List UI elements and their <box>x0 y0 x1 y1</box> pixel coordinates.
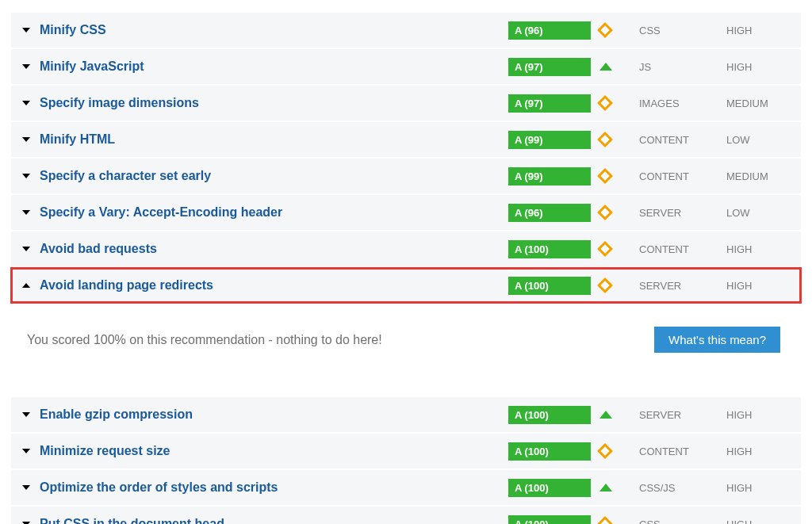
recommendation-row[interactable]: Optimize the order of styles and scripts… <box>11 470 801 505</box>
priority-label: LOW <box>726 134 790 146</box>
grade-badge: A (97) <box>508 58 591 76</box>
type-label: CONTENT <box>639 134 726 146</box>
trend-icon-cell <box>599 170 639 182</box>
grade-cell: A (100) <box>508 277 599 295</box>
trend-icon-cell <box>599 280 639 291</box>
type-label: CONTENT <box>639 243 726 255</box>
grade-cell: A (100) <box>508 515 599 525</box>
trend-icon-cell <box>599 25 639 36</box>
priority-label: MEDIUM <box>726 170 790 182</box>
grade-badge: A (100) <box>508 277 591 295</box>
recommendation-row[interactable]: Minify JavaScriptA (97)JSHIGH <box>11 49 801 84</box>
chevron-down-icon[interactable] <box>22 101 30 105</box>
caret-up-icon <box>599 484 612 491</box>
grade-badge: A (100) <box>508 479 591 497</box>
chevron-down-icon[interactable] <box>22 174 30 178</box>
caret-up-icon <box>599 63 612 71</box>
caret-up-icon <box>599 411 612 419</box>
chevron-down-icon[interactable] <box>22 485 30 490</box>
recommendation-row[interactable]: Minimize request sizeA (100)CONTENTHIGH <box>11 434 801 469</box>
recommendation-row[interactable]: Avoid landing page redirectsA (100)SERVE… <box>11 268 801 303</box>
trend-icon-cell <box>599 243 639 254</box>
recommendation-title[interactable]: Specify image dimensions <box>40 96 508 110</box>
grade-badge: A (100) <box>508 442 591 461</box>
priority-label: MEDIUM <box>726 98 790 109</box>
priority-label: HIGH <box>726 243 790 255</box>
recommendation-row[interactable]: Avoid bad requestsA (100)CONTENTHIGH <box>11 231 801 266</box>
type-label: CSS <box>639 25 726 36</box>
type-label: SERVER <box>639 207 726 219</box>
chevron-down-icon[interactable] <box>22 247 30 251</box>
recommendation-row[interactable]: Specify a Vary: Accept-Encoding headerA … <box>11 195 801 230</box>
chevron-down-icon[interactable] <box>22 137 30 142</box>
type-label: SERVER <box>639 409 726 421</box>
recommendation-title[interactable]: Minify JavaScript <box>40 59 508 74</box>
trend-icon-cell <box>599 484 639 491</box>
whats-this-mean-button[interactable]: What's this mean? <box>654 327 780 353</box>
chevron-down-icon[interactable] <box>22 28 30 33</box>
grade-badge: A (96) <box>508 204 591 222</box>
recommendation-title[interactable]: Minimize request size <box>40 444 508 458</box>
recommendation-row[interactable]: Minify HTMLA (99)CONTENTLOW <box>11 122 801 157</box>
grade-cell: A (100) <box>508 406 599 424</box>
recommendation-title[interactable]: Minify CSS <box>40 23 508 37</box>
type-label: CSS <box>639 518 726 525</box>
type-label: CONTENT <box>639 170 726 182</box>
recommendation-title[interactable]: Minify HTML <box>40 132 508 147</box>
priority-label: HIGH <box>726 61 790 73</box>
recommendation-title[interactable]: Avoid bad requests <box>40 242 508 256</box>
type-label: SERVER <box>639 280 726 292</box>
section-spacer <box>11 378 801 396</box>
grade-cell: A (99) <box>508 131 599 149</box>
grade-cell: A (97) <box>508 58 599 76</box>
priority-label: HIGH <box>726 280 790 292</box>
trend-icon-cell <box>599 63 639 71</box>
grade-badge: A (97) <box>508 94 591 113</box>
priority-label: HIGH <box>726 409 790 421</box>
priority-label: HIGH <box>726 446 790 457</box>
grade-cell: A (96) <box>508 204 599 222</box>
grade-cell: A (100) <box>508 442 599 461</box>
trend-icon-cell <box>599 134 639 145</box>
grade-badge: A (99) <box>508 167 591 186</box>
priority-label: HIGH <box>726 25 790 36</box>
grade-badge: A (99) <box>508 131 591 149</box>
grade-cell: A (97) <box>508 94 599 113</box>
chevron-down-icon[interactable] <box>22 449 30 453</box>
recommendation-row[interactable]: Minify CSSA (96)CSSHIGH <box>11 13 801 48</box>
grade-cell: A (100) <box>508 479 599 497</box>
recommendation-row[interactable]: Specify a character set earlyA (99)CONTE… <box>11 159 801 193</box>
diamond-icon <box>597 95 613 111</box>
trend-icon-cell <box>599 518 639 524</box>
recommendation-title[interactable]: Put CSS in the document head <box>40 517 508 524</box>
priority-label: HIGH <box>726 482 790 494</box>
recommendation-detail-panel: You scored 100% on this recommendation -… <box>11 304 801 377</box>
recommendation-row[interactable]: Put CSS in the document headA (100)CSSHI… <box>11 507 801 524</box>
diamond-icon <box>597 22 613 38</box>
chevron-down-icon[interactable] <box>22 64 30 69</box>
diamond-icon <box>597 205 613 220</box>
chevron-down-icon[interactable] <box>22 412 30 417</box>
recommendations-list: Minify CSSA (96)CSSHIGHMinify JavaScript… <box>11 13 801 524</box>
trend-icon-cell <box>599 207 639 218</box>
diamond-icon <box>597 168 613 184</box>
grade-badge: A (96) <box>508 21 591 40</box>
recommendation-title[interactable]: Specify a Vary: Accept-Encoding header <box>40 205 508 220</box>
diamond-icon <box>597 241 613 257</box>
trend-icon-cell <box>599 446 639 457</box>
recommendation-title[interactable]: Optimize the order of styles and scripts <box>40 480 508 495</box>
diamond-icon <box>597 132 613 147</box>
grade-cell: A (100) <box>508 240 599 258</box>
trend-icon-cell <box>599 98 639 109</box>
chevron-up-icon[interactable] <box>22 283 30 288</box>
diamond-icon <box>597 516 613 524</box>
recommendation-title[interactable]: Enable gzip compression <box>40 407 508 422</box>
recommendation-title[interactable]: Specify a character set early <box>40 169 508 183</box>
recommendation-row[interactable]: Enable gzip compressionA (100)SERVERHIGH <box>11 397 801 432</box>
type-label: CSS/JS <box>639 482 726 494</box>
chevron-down-icon[interactable] <box>22 210 30 215</box>
type-label: IMAGES <box>639 98 726 109</box>
type-label: JS <box>639 61 726 73</box>
recommendation-row[interactable]: Specify image dimensionsA (97)IMAGESMEDI… <box>11 86 801 120</box>
recommendation-title[interactable]: Avoid landing page redirects <box>40 278 508 293</box>
